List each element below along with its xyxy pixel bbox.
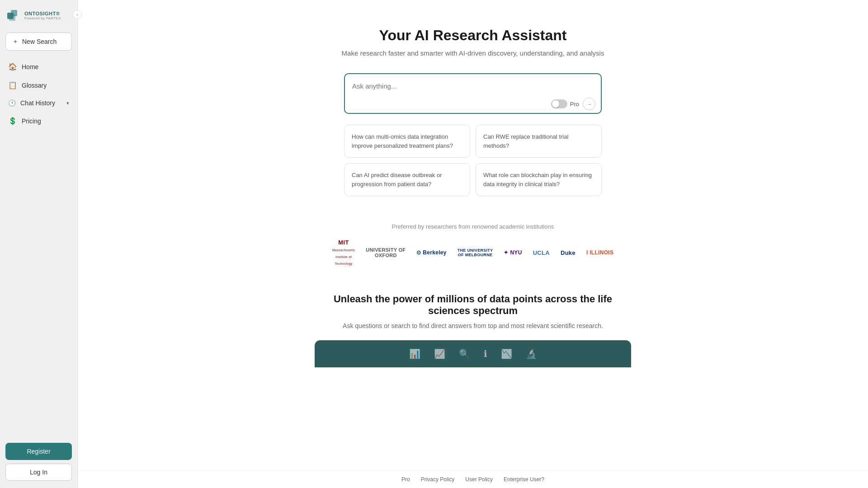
dash-icon-2: 📈 xyxy=(434,348,445,359)
register-button[interactable]: Register xyxy=(5,443,72,460)
inst-nyu: ✦ NYU xyxy=(504,249,522,256)
footer-link-pro[interactable]: Pro xyxy=(401,476,410,483)
sidebar-chat-label: Chat History xyxy=(20,99,55,107)
suggestion-grid: How can multi-omics data integration imp… xyxy=(344,125,602,196)
sidebar-item-glossary[interactable]: 📋 Glossary xyxy=(4,76,74,94)
pro-toggle-switch[interactable] xyxy=(551,99,567,108)
footer-link-user-policy[interactable]: User Policy xyxy=(465,476,493,483)
power-subtitle: Ask questions or search to find direct a… xyxy=(315,322,631,329)
clock-icon: 🕐 xyxy=(8,99,16,107)
send-icon: → xyxy=(586,101,592,108)
inst-oxford: UNIVERSITY OFOXFORD xyxy=(366,247,406,258)
footer-link-enterprise[interactable]: Enterprise User? xyxy=(504,476,544,483)
institutions-logos: MITMassachusettsInstitute ofTechnology U… xyxy=(315,239,631,266)
main-content: Your AI Research Assistant Make research… xyxy=(78,0,868,488)
svg-rect-2 xyxy=(9,14,15,21)
sidebar: ONTOSIGHT® Powered by PARTEX ‹ ＋ New Sea… xyxy=(0,0,78,488)
hero-subtitle: Make research faster and smarter with AI… xyxy=(342,49,604,57)
institutions-label: Preferred by researchers from renowned a… xyxy=(315,223,631,230)
login-button[interactable]: Log In xyxy=(5,464,72,481)
dash-icon-1: 📊 xyxy=(409,348,420,359)
sidebar-item-chat-history[interactable]: 🕐 Chat History ▾ xyxy=(4,95,74,111)
sidebar-collapse-button[interactable]: ‹ xyxy=(73,10,82,19)
institutions-section: Preferred by researchers from renowned a… xyxy=(315,223,631,266)
pro-toggle[interactable]: Pro xyxy=(551,99,579,108)
inst-ucla: UCLA xyxy=(533,249,550,256)
search-box-container: Pro → xyxy=(344,73,602,116)
glossary-icon: 📋 xyxy=(8,81,17,89)
pro-label: Pro xyxy=(570,101,579,108)
brand-subtitle: Powered by PARTEX xyxy=(24,16,61,20)
hero-title: Your AI Research Assistant xyxy=(379,27,567,44)
sidebar-nav: 🏠 Home 📋 Glossary 🕐 Chat History ▾ 💲 Pri… xyxy=(0,58,77,130)
sidebar-home-label: Home xyxy=(22,63,38,70)
suggestion-card-4[interactable]: What role can blockchain play in ensurin… xyxy=(476,163,602,196)
suggestion-card-3[interactable]: Can AI predict disease outbreak or progr… xyxy=(344,163,470,196)
footer: Pro Privacy Policy User Policy Enterpris… xyxy=(78,470,868,488)
sidebar-glossary-label: Glossary xyxy=(22,82,47,89)
dash-icon-5: 📉 xyxy=(501,348,512,359)
power-title: Unleash the power of millions of data po… xyxy=(315,293,631,317)
dash-icon-6: 🔬 xyxy=(526,348,537,359)
pricing-icon: 💲 xyxy=(8,117,17,125)
suggestion-card-2[interactable]: Can RWE replace traditional trial method… xyxy=(476,125,602,158)
inst-illinois: I ILLINOIS xyxy=(586,249,613,256)
chevron-down-icon: ▾ xyxy=(66,100,69,106)
send-button[interactable]: → xyxy=(583,98,595,110)
home-icon: 🏠 xyxy=(8,62,17,71)
inst-mit: MITMassachusettsInstitute ofTechnology xyxy=(332,239,355,266)
sidebar-item-pricing[interactable]: 💲 Pricing xyxy=(4,112,74,130)
power-dashboard: 📊 📈 🔍 ℹ 📉 🔬 xyxy=(315,340,631,367)
plus-icon: ＋ xyxy=(12,38,19,46)
sidebar-pricing-label: Pricing xyxy=(22,117,41,125)
new-search-label: New Search xyxy=(22,38,57,45)
footer-link-privacy[interactable]: Privacy Policy xyxy=(421,476,455,483)
sidebar-item-home[interactable]: 🏠 Home xyxy=(4,58,74,75)
toggle-knob xyxy=(552,100,559,108)
new-search-button[interactable]: ＋ New Search xyxy=(5,33,72,51)
inst-duke: Duke xyxy=(561,249,576,256)
chat-history-left: 🕐 Chat History xyxy=(8,99,55,107)
brand-title: ONTOSIGHT® xyxy=(24,11,61,16)
search-box-wrapper: Pro → xyxy=(344,73,602,116)
logo-text: ONTOSIGHT® Powered by PARTEX xyxy=(24,11,61,20)
chat-history-row: 🕐 Chat History ▾ xyxy=(8,99,69,107)
logo-icon xyxy=(6,8,21,23)
sidebar-bottom: Register Log In xyxy=(0,436,77,488)
dash-icon-3: 🔍 xyxy=(459,348,470,359)
inst-berkeley: ⊙ Berkeley xyxy=(416,249,446,256)
search-box-footer: Pro → xyxy=(551,98,595,110)
dash-icon-4: ℹ xyxy=(484,348,487,359)
suggestion-card-1[interactable]: How can multi-omics data integration imp… xyxy=(344,125,470,158)
logo-area: ONTOSIGHT® Powered by PARTEX xyxy=(0,0,77,29)
power-section: Unleash the power of millions of data po… xyxy=(315,293,631,367)
inst-melbourne: THE UNIVERSITYOF MELBOURNE xyxy=(458,248,493,257)
